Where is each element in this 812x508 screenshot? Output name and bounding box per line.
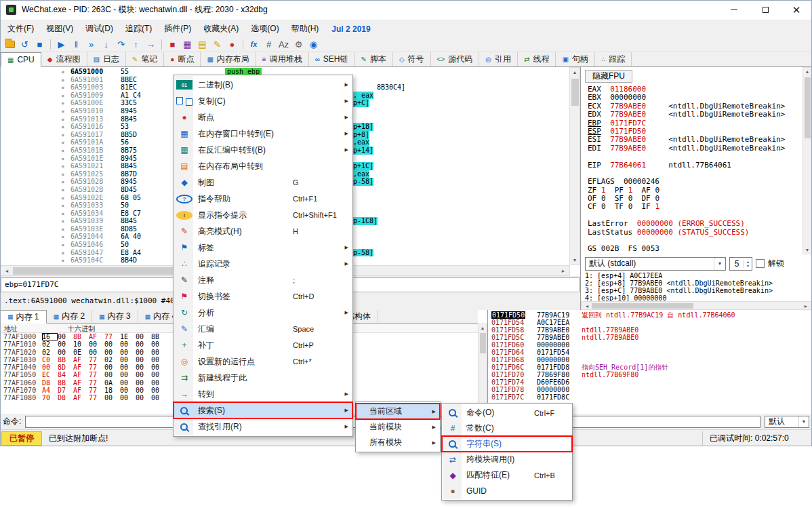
registers-vertical-scrollbar[interactable]: ▲ ▼ <box>803 67 812 254</box>
scrollbar-thumb[interactable] <box>805 77 811 138</box>
scroll-right-icon[interactable]: ► <box>559 269 568 273</box>
tab-threads[interactable]: ⇄线程 <box>518 52 556 66</box>
tab-cpu[interactable]: ▦CPU <box>1 52 41 67</box>
stack-row[interactable]: 0171FD6000000000 <box>488 341 812 349</box>
menu-item-goto-memmap[interactable]: ▤在内存布局中转到 <box>174 158 352 174</box>
tab-log[interactable]: ▤日志 <box>87 52 126 66</box>
log-button[interactable]: ▤ <box>195 38 209 52</box>
menu-item-graph[interactable]: ◆制图G <box>174 174 352 191</box>
menu-item-all-modules[interactable]: 所有模块▶ <box>356 435 440 450</box>
tab-graph[interactable]: ◆流程图 <box>41 52 87 66</box>
stack-row[interactable]: 0171FD5877B9ABE0ntdll.77B9ABE0 <box>488 326 812 334</box>
breakpoints-button[interactable]: ● <box>225 38 239 52</box>
chevron-down-icon[interactable]: ▼ <box>798 416 809 427</box>
tab-references[interactable]: ◎引用 <box>479 52 518 66</box>
menu-item-binary[interactable]: 01二进制(B)▶ <box>174 77 352 93</box>
menu-item-goto[interactable]: →转到▶ <box>174 386 352 402</box>
menu-item-search-string[interactable]: 字符串(S) <box>442 436 572 452</box>
maximize-button[interactable] <box>750 0 781 20</box>
register-arg[interactable]: 1: [esp+4] A0C17EEA <box>585 272 801 279</box>
menu-item-current-region[interactable]: 当前区域▶ <box>356 404 440 419</box>
menu-item-search-guid[interactable]: ●GUID <box>442 483 572 499</box>
menu-item-search-pattern[interactable]: ◆匹配特征(E)Ctrl+B <box>442 467 572 483</box>
scroll-up-icon[interactable]: ▲ <box>479 326 487 330</box>
registers-pane[interactable]: 隐藏FPU EAX 01186000EBX 00000000ECX 77B9AB… <box>581 67 812 310</box>
scrollbar-thumb[interactable] <box>13 267 189 275</box>
menu-item-analysis[interactable]: ↻分析▶ <box>174 305 352 321</box>
register-arg[interactable]: 3: [esp+C] 77B9ABE0 <ntdll.DbgUiRemoteBr… <box>585 287 801 294</box>
scrollbar-thumb[interactable] <box>571 79 579 106</box>
run-trace-button[interactable]: » <box>84 38 98 52</box>
stop-button[interactable]: ■ <box>33 38 47 52</box>
scroll-up-icon[interactable]: ▲ <box>803 69 811 74</box>
open-file-button[interactable] <box>3 38 17 52</box>
scroll-up-icon[interactable]: ▲ <box>570 70 580 75</box>
scrollbar-thumb[interactable] <box>592 303 693 309</box>
tab-memory-map[interactable]: ▦内存布局 <box>201 52 256 66</box>
tab-symbols[interactable]: ◇符号 <box>393 52 431 66</box>
menu-item-patch[interactable]: +补丁Ctrl+P <box>174 337 352 353</box>
pause-button[interactable]: ‖ <box>69 38 83 52</box>
notify-button[interactable]: ◉ <box>306 38 321 52</box>
tab-seh[interactable]: ∞SEH链 <box>309 52 355 66</box>
stack-row[interactable]: 0171FD640171FD54 <box>488 349 812 356</box>
scrollbar-thumb[interactable] <box>480 333 486 353</box>
dump-tab-memory1[interactable]: ▦内存 1 <box>0 310 47 324</box>
menubar-item[interactable]: 调试(D) <box>79 20 119 37</box>
register-line[interactable]: LastStatus 00000000 (STATUS_SUCCESS) <box>588 229 801 237</box>
tab-source[interactable]: <>源代码 <box>431 52 480 66</box>
menubar-item[interactable]: 选项(O) <box>245 20 285 37</box>
menu-item-breakpoint[interactable]: ●断点▶ <box>174 109 352 125</box>
menu-item-instr-hint[interactable]: i显示指令提示Ctrl+Shift+F1 <box>174 207 352 223</box>
chevron-down-icon[interactable]: ▼ <box>714 258 725 270</box>
menubar-item[interactable]: 帮助(H) <box>285 20 325 37</box>
scroll-left-icon[interactable]: ◄ <box>583 304 591 309</box>
step-out-button[interactable]: ↑ <box>129 38 143 52</box>
stack-row[interactable]: 0171FD5077B9AC19返回到 ntdll.77B9AC19 自 ntd… <box>488 311 812 319</box>
notes-button[interactable]: ✎ <box>210 38 224 52</box>
calling-convention-select[interactable]: 默认 (stdcall) ▼ <box>585 257 726 271</box>
scroll-left-icon[interactable]: ◄ <box>2 269 12 273</box>
run-button[interactable]: ▶ <box>54 38 68 52</box>
unlock-checkbox[interactable] <box>756 259 765 268</box>
scroll-down-icon[interactable]: ▼ <box>803 248 811 252</box>
hide-fpu-button[interactable]: 隐藏FPU <box>585 70 632 83</box>
scroll-right-icon[interactable]: ► <box>802 304 810 309</box>
argument-count-stepper[interactable]: 5 ▲▼ <box>729 257 752 271</box>
stack-row[interactable]: 0171FD7077B69F80ntdll.77B69F80 <box>488 371 812 378</box>
stack-row[interactable]: 0171FD54A0C17EEA <box>488 319 812 326</box>
register-line[interactable]: EIP 77B64061 ntdll.77B64061 <box>588 161 801 170</box>
menu-item-comment[interactable]: ✎注释; <box>174 272 352 288</box>
stack-row[interactable]: 0171FD6800000000 <box>488 356 812 364</box>
menu-item-goto-disasm[interactable]: ▦在反汇编中转到(B)▶ <box>174 142 352 158</box>
stack-row[interactable]: 0171FD7C0171FD8C <box>488 393 812 401</box>
register-arg[interactable]: 2: [esp+8] 77B9ABE0 <ntdll.DbgUiRemoteBr… <box>585 279 801 287</box>
close-button[interactable]: ✕ <box>781 0 812 20</box>
menu-item-search-command[interactable]: 命令(O)Ctrl+F <box>442 405 572 421</box>
tab-call-stack[interactable]: ≡调用堆栈 <box>256 52 309 66</box>
disasm-vertical-scrollbar[interactable]: ▲ ▼ <box>569 67 580 265</box>
menu-item-new-thread[interactable]: ⇉新建线程于此 <box>174 370 352 386</box>
run-to-cursor-button[interactable]: → <box>144 38 158 52</box>
tab-handles[interactable]: ▣句柄 <box>556 52 594 66</box>
tab-breakpoints[interactable]: ●断点 <box>164 52 201 66</box>
menubar-item[interactable]: 插件(P) <box>158 20 197 37</box>
trace-button[interactable]: ■ <box>165 38 180 52</box>
menu-item-bookmark[interactable]: ⚑切换书签Ctrl+D <box>174 288 352 305</box>
tab-script[interactable]: ✎脚本 <box>355 52 393 66</box>
case-button[interactable]: Az <box>277 38 291 52</box>
menu-item-copy[interactable]: 复制(C)▶ <box>174 93 352 109</box>
register-line[interactable]: CF 0 TF 0 IF 1 <box>588 203 801 211</box>
dump-vertical-scrollbar[interactable]: ▲ ▼ <box>478 324 487 414</box>
menubar-item[interactable]: 文件(F) <box>1 20 40 37</box>
stack-row[interactable]: 0171FD74D60FE6D6 <box>488 378 812 386</box>
menu-item-label[interactable]: ⚑标签▶ <box>174 239 352 256</box>
minimize-button[interactable] <box>718 0 750 20</box>
menu-item-current-module[interactable]: 当前模块▶ <box>356 419 440 435</box>
memory-map-button[interactable]: ▦ <box>180 38 195 52</box>
fx-button[interactable]: fx <box>247 38 261 52</box>
hash-button[interactable]: # <box>262 38 276 52</box>
tab-notes[interactable]: ✎笔记 <box>126 52 164 66</box>
dump-tab-memory2[interactable]: ▦内存 2 <box>47 310 93 323</box>
dump-tab-memory3[interactable]: ▦内存 3 <box>92 310 138 323</box>
